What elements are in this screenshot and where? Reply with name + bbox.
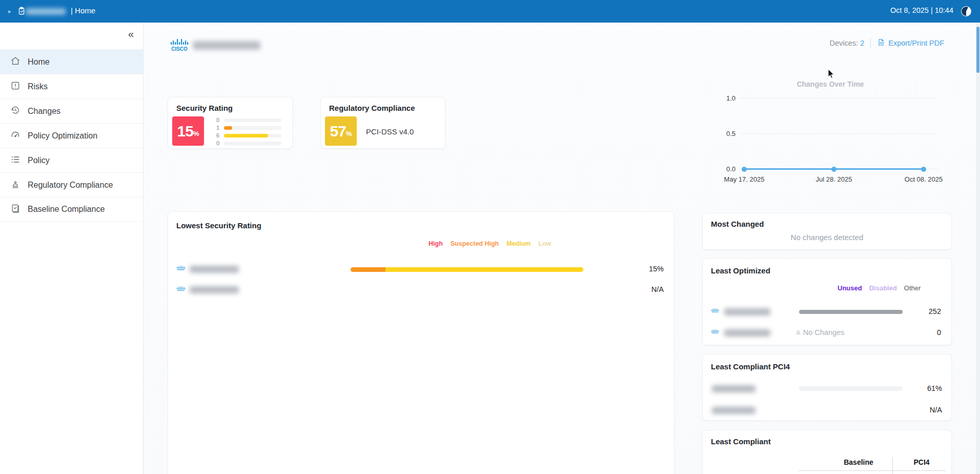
sidebar-nav: Home Risks Changes Policy Optimization — [0, 49, 143, 222]
legend-unused: Unused — [838, 284, 862, 292]
cisco-device-icon — [175, 265, 187, 274]
security-rating-value: 15 — [177, 123, 193, 140]
theme-contrast-icon[interactable] — [961, 6, 972, 17]
rating-value: 15% — [649, 265, 664, 273]
scrollbar-thumb[interactable] — [976, 27, 979, 73]
no-changes-status: ≡ No Changes — [796, 328, 844, 337]
export-print-pdf-button[interactable]: Export/Print PDF — [877, 38, 944, 48]
rating-stacked-bar — [351, 267, 583, 272]
panel-title: Most Changed — [711, 220, 764, 228]
sidebar-item-regulatory-compliance[interactable]: Regulatory Compliance — [0, 172, 143, 197]
sidebar-item-label: Home — [28, 57, 50, 67]
sidebar-item-policy-optimization[interactable]: Policy Optimization — [0, 123, 143, 148]
sidebar-item-label: Baseline Compliance — [28, 205, 105, 214]
sidebar-item-policy[interactable]: Policy — [0, 148, 143, 172]
compliance-value: 61% — [927, 384, 942, 392]
sidebar-item-home[interactable]: Home — [0, 49, 143, 74]
cisco-device-icon — [175, 285, 187, 295]
sidebar-collapse-button[interactable]: « — [128, 29, 134, 39]
regulatory-compliance-value: 57 — [330, 123, 346, 140]
risk-icon — [10, 81, 21, 93]
percent-sign: % — [193, 130, 199, 137]
suspected-high-bar — [224, 126, 232, 130]
chart-title: Changes Over Time — [720, 80, 941, 88]
legend-medium: Medium — [506, 240, 530, 247]
sidebar-item-label: Changes — [28, 107, 60, 116]
sidebar-item-label: Regulatory Compliance — [28, 181, 113, 190]
breadcrumb-expand-icon[interactable]: ▸ — [8, 8, 11, 15]
breadcrumb-current-page[interactable]: | Home — [71, 6, 95, 15]
redacted-device-name — [724, 308, 770, 315]
x-tick: May 17. 2025 — [724, 175, 765, 183]
compliance-value: N/A — [930, 406, 942, 414]
y-tick: 0.5 — [720, 130, 736, 137]
history-icon — [10, 105, 21, 117]
empty-state-text: No changes detected — [703, 233, 951, 242]
table-header-divider — [798, 470, 946, 471]
panel-title: Least Compliant PCI4 — [711, 362, 790, 371]
panel-title: Least Compliant — [711, 437, 771, 446]
redacted-device-name — [190, 286, 239, 293]
redacted-device-name — [190, 266, 239, 273]
legend-disabled: Disabled — [869, 284, 897, 292]
redacted-device-name — [712, 385, 756, 392]
other-changes-bar — [799, 310, 903, 314]
medium-segment — [385, 267, 583, 272]
y-tick: 0.0 — [720, 165, 736, 173]
sidebar-item-label: Policy — [28, 156, 50, 165]
legend-suspected-high: Suspected High — [451, 240, 499, 247]
device-row[interactable]: N/A — [168, 284, 674, 296]
data-point[interactable] — [831, 167, 836, 172]
redacted-device-name — [724, 329, 770, 337]
device-row[interactable]: 15% — [168, 263, 674, 275]
cisco-logo: CISCO — [168, 37, 191, 54]
legend-other: Other — [904, 284, 921, 292]
column-header-baseline: Baseline — [825, 458, 892, 466]
device-row[interactable]: N/A — [703, 404, 951, 417]
vertical-scrollbar[interactable] — [976, 23, 980, 474]
legend-low: Low — [538, 240, 551, 247]
security-rating-card: Security Rating 15 % 0 1 6 0 — [168, 97, 293, 149]
sidebar-item-baseline-compliance[interactable]: Baseline Compliance — [0, 197, 143, 222]
sidebar-item-label: Policy Optimization — [28, 131, 97, 141]
device-row[interactable]: 61% — [703, 383, 951, 395]
rating-value: N/A — [651, 285, 664, 293]
least-compliant-panel: Least Compliant Baseline PCI4 10.20.1 N/… — [702, 430, 952, 474]
risk-legend: High Suspected High Medium Low — [428, 240, 551, 247]
data-point[interactable] — [921, 167, 926, 172]
count-low: 0 — [212, 140, 219, 146]
home-icon — [10, 56, 21, 68]
data-point[interactable] — [742, 167, 747, 172]
x-tick: Oct 08. 2025 — [905, 175, 943, 183]
count-medium: 6 — [212, 132, 219, 139]
sidebar-item-changes[interactable]: Changes — [0, 98, 143, 123]
bar-track — [224, 118, 281, 122]
redacted-device-name — [26, 8, 66, 15]
count-high: 0 — [212, 117, 219, 123]
panel-title: Least Optimized — [711, 266, 770, 275]
most-changed-panel: Most Changed No changes detected — [702, 213, 952, 250]
least-compliant-pci4-panel: Least Compliant PCI4 61% N/A — [702, 354, 952, 421]
percent-sign: % — [346, 130, 352, 137]
security-rating-title: Security Rating — [176, 104, 233, 112]
main-content: CISCO Devices: 2 Export/Print PDF Securi… — [144, 23, 976, 474]
sidebar-item-risks[interactable]: Risks — [0, 74, 143, 98]
regulatory-compliance-card: Regulatory Compliance 57 % PCI-DSS v4.0 — [320, 97, 445, 149]
svg-text:CISCO: CISCO — [171, 46, 188, 52]
risk-breakdown-mini-chart: 0 1 6 0 — [212, 117, 288, 148]
device-row[interactable]: 252 — [703, 306, 951, 318]
panel-title: Lowest Security Rating — [176, 221, 261, 230]
device-row[interactable]: ≡ No Changes 0 — [703, 327, 951, 339]
count-suspected-high: 1 — [212, 125, 219, 131]
regulatory-compliance-title: Regulatory Compliance — [329, 104, 415, 112]
suspected-high-segment — [351, 267, 385, 272]
sidebar-item-label: Risks — [28, 82, 48, 91]
least-optimized-panel: Least Optimized Unused Disabled Other 25… — [702, 258, 952, 345]
legend-high: High — [428, 240, 443, 247]
cisco-device-icon — [710, 307, 720, 317]
bar-track — [224, 134, 281, 137]
mouse-cursor — [828, 69, 835, 81]
export-label: Export/Print PDF — [888, 39, 944, 47]
devices-count-link[interactable]: 2 — [860, 39, 864, 47]
book-check-icon — [10, 203, 21, 215]
